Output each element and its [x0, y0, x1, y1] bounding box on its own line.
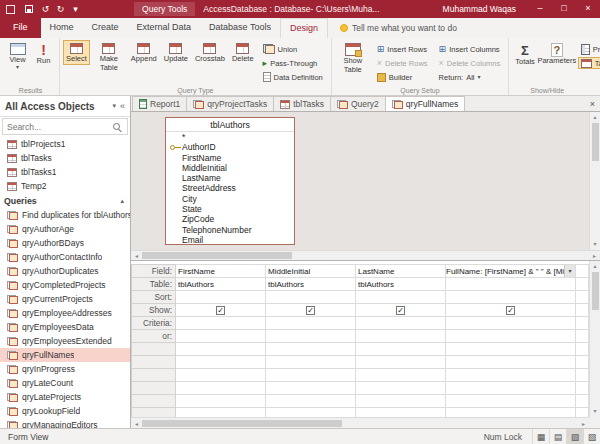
show-checkbox[interactable]: ✓ — [396, 306, 405, 315]
layout-view-button[interactable]: ▨ — [583, 429, 600, 444]
tab-design[interactable]: Design — [280, 18, 328, 38]
show-cell[interactable]: ✓ — [176, 304, 266, 317]
sort-cell[interactable] — [356, 291, 446, 304]
or-cell[interactable] — [446, 330, 576, 343]
sidebar-item-tblTasks1[interactable]: tblTasks1 — [0, 165, 130, 179]
scroll-thumb[interactable] — [142, 252, 292, 259]
grid-empty-cell[interactable] — [266, 408, 356, 418]
sidebar-item-qryManagingEditors[interactable]: qryManagingEditors — [0, 418, 130, 428]
grid-empty-cell[interactable] — [576, 395, 589, 408]
show-cell[interactable]: ✓ — [446, 304, 576, 317]
grid-empty-cell[interactable] — [266, 395, 356, 408]
field-item-middleinitial[interactable]: MiddleInitial — [166, 163, 294, 173]
grid-empty-cell[interactable] — [266, 356, 356, 369]
sort-cell[interactable] — [446, 291, 576, 304]
sort-cell[interactable] — [176, 291, 266, 304]
grid-empty-cell[interactable] — [446, 395, 576, 408]
sidebar-item-qryLookupField[interactable]: qryLookupField — [0, 404, 130, 418]
sidebar-item-qryCompletedProjects[interactable]: qryCompletedProjects — [0, 278, 130, 292]
grid-empty-cell[interactable] — [446, 408, 576, 418]
grid-empty-cell[interactable] — [176, 369, 266, 382]
grid-empty-cell[interactable] — [356, 369, 446, 382]
grid-vertical-scrollbar[interactable]: ▴ ▾ — [589, 261, 600, 417]
tab-file[interactable]: File — [0, 18, 41, 38]
field-cell[interactable]: FirstName — [176, 265, 266, 278]
sidebar-item-qryEmployeesData[interactable]: qryEmployeesData — [0, 320, 130, 334]
sort-cell-empty[interactable] — [576, 291, 589, 304]
data-definition-button[interactable]: Data Definition — [260, 71, 326, 83]
qat-dropdown-icon[interactable]: ▾ — [68, 0, 83, 18]
table-cell[interactable]: tblAuthors — [356, 278, 446, 291]
field-item-asterisk[interactable]: * — [166, 132, 294, 142]
select-query-button[interactable]: Select — [63, 40, 90, 65]
scroll-up-icon[interactable]: ▴ — [593, 112, 596, 123]
grid-empty-cell[interactable] — [576, 369, 589, 382]
doc-tab-qryProjectTasks[interactable]: qryProjectTasks — [186, 96, 274, 111]
grid-empty-cell[interactable] — [446, 369, 576, 382]
nav-pane-dropdown-icon[interactable]: ▾ — [112, 102, 116, 110]
update-button[interactable]: Update — [161, 40, 191, 65]
group-collapse-icon[interactable]: ▴ — [120, 197, 124, 205]
field-dropdown-icon[interactable]: ▾ — [564, 265, 575, 277]
grid-empty-cell[interactable] — [446, 356, 576, 369]
grid-empty-cell[interactable] — [266, 382, 356, 395]
criteria-cell[interactable] — [176, 317, 266, 330]
doc-tab-tblTasks[interactable]: tblTasks — [273, 96, 331, 111]
minimize-button[interactable]: – — [528, 0, 552, 18]
close-button[interactable]: × — [576, 0, 600, 18]
return-dropdown-icon[interactable]: ▾ — [478, 75, 481, 80]
field-item-authorid[interactable]: AuthorID — [166, 142, 294, 152]
table-cell[interactable]: tblAuthors — [266, 278, 356, 291]
grid-empty-cell[interactable] — [576, 382, 589, 395]
grid-empty-cell[interactable] — [356, 343, 446, 356]
field-cell[interactable]: MiddleInitial — [266, 265, 356, 278]
sidebar-item-qryCurrentProjects[interactable]: qryCurrentProjects — [0, 292, 130, 306]
sidebar-item-qryFullNames[interactable]: qryFullNames — [0, 348, 130, 362]
nav-group-queries[interactable]: Queries▴ — [0, 193, 130, 208]
field-item-telephonenumber[interactable]: TelephoneNumber — [166, 225, 294, 235]
sidebar-item-find-duplicates[interactable]: Find duplicates for tblAuthors — [0, 208, 130, 222]
insert-rows-button[interactable]: ⊞ Insert Rows — [374, 43, 431, 55]
close-document-icon[interactable]: × — [585, 99, 600, 109]
criteria-cell[interactable] — [446, 317, 576, 330]
or-cell-empty[interactable] — [576, 330, 589, 343]
scroll-left-icon[interactable]: ◂ — [131, 420, 142, 427]
redo-button[interactable]: ↻ — [53, 0, 68, 18]
scroll-down-icon[interactable]: ▾ — [593, 239, 596, 250]
table-names-button[interactable]: Table Names — [578, 57, 600, 69]
field-list-title[interactable]: tblAuthors — [166, 118, 294, 132]
scroll-down-icon[interactable]: ▾ — [593, 406, 596, 417]
sidebar-item-qryLateProjects[interactable]: qryLateProjects — [0, 390, 130, 404]
grid-empty-cell[interactable] — [356, 395, 446, 408]
show-checkbox[interactable]: ✓ — [216, 306, 225, 315]
make-table-button[interactable]: Make Table — [91, 40, 127, 73]
field-item-firstname[interactable]: FirstName — [166, 153, 294, 163]
show-cell[interactable]: ✓ — [356, 304, 446, 317]
grid-empty-cell[interactable] — [176, 356, 266, 369]
sidebar-item-tblTasks[interactable]: tblTasks — [0, 151, 130, 165]
union-button[interactable]: Union — [260, 43, 326, 55]
sidebar-item-qryInProgress[interactable]: qryInProgress — [0, 362, 130, 376]
show-cell[interactable]: ✓ — [266, 304, 356, 317]
table-cell[interactable] — [446, 278, 576, 291]
field-cell-empty[interactable] — [576, 265, 589, 278]
doc-tab-qryFullNames[interactable]: qryFullNames — [385, 96, 465, 111]
builder-button[interactable]: Builder — [374, 71, 431, 83]
property-sheet-button[interactable]: Property Sheet — [578, 43, 600, 55]
doc-tab-report1[interactable]: Report1 — [132, 96, 187, 111]
crosstab-button[interactable]: Crosstab — [192, 40, 228, 65]
sql-view-button[interactable]: ▤ — [549, 429, 566, 444]
criteria-cell[interactable] — [356, 317, 446, 330]
sidebar-item-qryEmployeeAddresses[interactable]: qryEmployeeAddresses — [0, 306, 130, 320]
sidebar-item-qryAuthorDuplicates[interactable]: qryAuthorDuplicates — [0, 264, 130, 278]
field-cell-expression[interactable]: FullName: [FirstName] & " " & [MiddleIni… — [446, 265, 576, 278]
sidebar-item-qryEmployeesExtended[interactable]: qryEmployeesExtended — [0, 334, 130, 348]
show-table-button[interactable]: Show Table — [335, 40, 371, 75]
view-button[interactable]: View ▾ — [5, 40, 30, 71]
delete-query-button[interactable]: Delete — [229, 40, 257, 65]
table-pane-horizontal-scrollbar[interactable]: ◂ ▸ — [131, 250, 600, 261]
scroll-right-icon[interactable]: ▸ — [589, 252, 600, 259]
save-button[interactable] — [25, 5, 33, 13]
table-cell-empty[interactable] — [576, 278, 589, 291]
grid-horizontal-scrollbar[interactable]: ◂ ▸ — [131, 417, 589, 428]
